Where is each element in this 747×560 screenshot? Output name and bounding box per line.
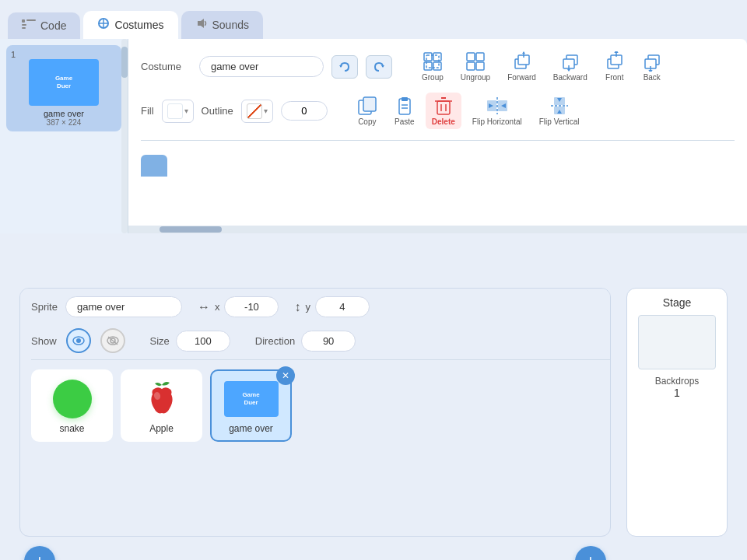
front-tool-label: Front [605, 73, 623, 82]
snake-thumbnail [45, 377, 100, 420]
bottom-panel: Sprite ↔ x ↕ y Show [0, 280, 747, 560]
fill-color-swatch [167, 103, 183, 119]
outline-value-input[interactable] [281, 101, 328, 121]
apple-sprite-name: Apple [149, 423, 174, 434]
sprite-list: snake [20, 363, 610, 448]
x-input[interactable] [224, 296, 279, 317]
costume-item-name: game over [44, 109, 84, 118]
show-eye-button[interactable] [66, 328, 91, 353]
scroll-track-vertical [121, 39, 128, 233]
costume-controls-row: Costume [141, 48, 735, 85]
svg-rect-14 [426, 55, 439, 68]
backdrops-label: Backdrops [655, 376, 700, 387]
costume-number: 1 [11, 50, 16, 59]
svg-rect-11 [433, 53, 441, 61]
y-position-group: ↕ y [294, 296, 370, 317]
direction-group: Direction [255, 331, 356, 352]
sprite-divider [31, 359, 611, 360]
svg-marker-8 [339, 65, 342, 68]
svg-rect-1 [22, 24, 26, 26]
gameover-sprite-name: game over [229, 423, 273, 434]
apple-thumbnail [135, 377, 189, 420]
delete-tool-label: Delete [432, 117, 455, 126]
gameover-thumbnail: GameDuer [224, 377, 279, 420]
direction-input[interactable] [301, 331, 356, 352]
tab-costumes[interactable]: Costumes [83, 11, 177, 39]
svg-marker-22 [522, 51, 525, 54]
svg-rect-16 [476, 53, 484, 61]
scroll-thumb-vertical[interactable] [121, 47, 128, 78]
redo-button[interactable] [366, 55, 392, 79]
arrange-toolbar: Group Ungroup [416, 48, 668, 85]
flip-h-tool-label: Flip Horizontal [472, 117, 522, 126]
h-scrollbar [128, 226, 747, 233]
svg-rect-12 [424, 62, 432, 70]
tab-code[interactable]: Code [8, 12, 80, 39]
backward-tool[interactable]: Backward [547, 48, 594, 85]
outline-chevron-icon: ▾ [264, 107, 268, 115]
gameover-thumb-image: GameDuer [224, 381, 279, 417]
add-sprite-button[interactable]: + [24, 546, 55, 560]
front-tool[interactable]: Front [598, 48, 631, 85]
backward-tool-label: Backward [553, 73, 587, 82]
svg-marker-26 [567, 69, 570, 72]
paste-tool[interactable]: Paste [388, 93, 421, 129]
svg-marker-9 [381, 65, 384, 68]
add-backdrop-button[interactable]: + [575, 546, 606, 560]
costume-editor-main: Costume [128, 39, 747, 233]
toolbar-divider [141, 140, 735, 141]
sprite-stage-row: Sprite ↔ x ↕ y Show [19, 288, 728, 537]
stage-preview [638, 315, 716, 369]
flip-horizontal-tool[interactable]: Flip Horizontal [466, 93, 528, 129]
bottom-add-row: + + [19, 546, 611, 560]
outline-label: Outline [202, 105, 233, 117]
h-scroll-thumb[interactable] [160, 226, 222, 233]
sprite-card-apple[interactable]: Apple [121, 369, 202, 442]
y-input[interactable] [315, 296, 370, 317]
x-label: x [215, 301, 220, 313]
show-label: Show [31, 335, 57, 347]
tab-code-label: Code [40, 19, 66, 32]
sprite-card-snake[interactable]: snake [31, 369, 113, 442]
vertical-arrow-icon: ↕ [294, 300, 300, 314]
costume-name-input[interactable] [199, 56, 324, 77]
costume-item-size: 387 × 224 [47, 118, 82, 127]
stage-panel: Stage Backdrops 1 [626, 288, 728, 537]
size-label: Size [150, 335, 170, 347]
tab-sounds[interactable]: Sounds [181, 11, 263, 39]
costume-label: Costume [141, 61, 191, 72]
svg-rect-10 [424, 53, 432, 61]
group-tool[interactable]: Group [416, 48, 450, 85]
costume-thumbnail: GameDuer [29, 59, 99, 106]
tab-sounds-label: Sounds [212, 19, 249, 31]
size-input[interactable] [176, 331, 230, 352]
show-size-dir-row: Show Size Direction [20, 325, 610, 356]
delete-tool[interactable]: Delete [426, 93, 461, 129]
back-tool[interactable]: Back [636, 48, 668, 85]
costumes-sidebar: 1 GameDuer game over 387 × 224 [0, 39, 128, 233]
outline-color-button[interactable]: ▾ [241, 100, 273, 123]
ungroup-tool[interactable]: Ungroup [454, 48, 496, 85]
svg-rect-3 [26, 19, 36, 21]
sprite-name-input[interactable] [65, 296, 182, 317]
svg-point-59 [76, 338, 81, 343]
svg-rect-43 [437, 101, 450, 114]
sprite-card-gameover[interactable]: ✕ GameDuer game over [210, 369, 292, 442]
copy-tool-label: Copy [358, 117, 376, 126]
hide-eye-button[interactable] [100, 328, 125, 353]
forward-tool[interactable]: Forward [501, 48, 542, 85]
costumes-icon [97, 17, 110, 33]
edit-toolbar: Copy Paste [351, 93, 586, 129]
tab-bar: Code Costumes Sounds [0, 0, 747, 39]
size-group: Size [150, 331, 230, 352]
flip-vertical-tool[interactable]: Flip Vertical [533, 93, 586, 129]
delete-sprite-badge[interactable]: ✕ [276, 366, 295, 385]
y-label: y [305, 301, 310, 313]
undo-button[interactable] [331, 55, 358, 79]
fill-color-button[interactable]: ▾ [162, 100, 194, 123]
costume-item-1[interactable]: 1 GameDuer game over 387 × 224 [6, 45, 121, 131]
editor-mode-button[interactable] [141, 155, 167, 177]
copy-tool[interactable]: Copy [351, 93, 384, 129]
bottom-editor-bar [141, 155, 735, 177]
code-icon [22, 19, 36, 33]
